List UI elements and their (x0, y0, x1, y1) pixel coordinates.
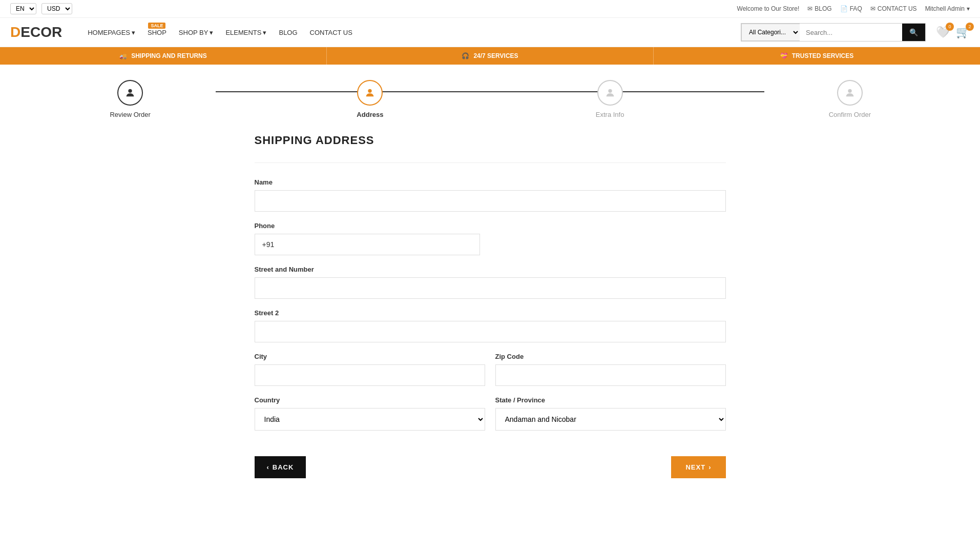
phone-input[interactable] (255, 234, 480, 255)
nav-shop[interactable]: SALE SHOP (142, 25, 172, 40)
search-container: All Categori... 🔍 (741, 23, 926, 42)
country-state-row: Country India State / Province Andaman a… (255, 396, 726, 441)
next-arrow-icon: › (708, 463, 711, 471)
step-label-4: Confirm Order (829, 111, 871, 118)
user-menu-button[interactable]: Mitchell Admin ▾ (925, 5, 970, 12)
search-category-select[interactable]: All Categori... (741, 24, 800, 41)
nav-elements[interactable]: ELEMENTS ▾ (220, 25, 272, 40)
country-field-group: Country India (255, 396, 485, 431)
street-input[interactable] (255, 277, 726, 299)
headphone-icon: 🎧 (462, 52, 469, 59)
city-label: City (255, 353, 485, 360)
header: DECOR HOMEPAGES ▾ SALE SHOP SHOP BY ▾ EL… (0, 18, 980, 47)
street2-input[interactable] (255, 321, 726, 342)
top-bar-right: Welcome to Our Store! ✉ BLOG 📄 FAQ ✉ CON… (737, 5, 970, 12)
next-label: NEXT (685, 463, 705, 471)
svg-point-2 (608, 89, 612, 93)
step-label-3: Extra Info (596, 111, 624, 118)
step-circle-3 (597, 80, 623, 106)
zip-field-group: Zip Code (495, 353, 726, 386)
state-label: State / Province (495, 396, 726, 404)
step-review-order: Review Order (10, 80, 250, 118)
nav-homepages[interactable]: HOMEPAGES ▾ (82, 25, 140, 40)
step-circle-1 (117, 80, 143, 106)
nav-contact[interactable]: CONTACT US (305, 25, 358, 40)
step-circle-2 (357, 80, 383, 106)
search-input[interactable] (800, 24, 902, 41)
city-input[interactable] (255, 364, 485, 386)
main-nav: HOMEPAGES ▾ SALE SHOP SHOP BY ▾ ELEMENTS… (82, 25, 731, 40)
zip-input[interactable] (495, 364, 726, 386)
top-bar-left: EN USD (10, 3, 72, 14)
step-confirm-order: Confirm Order (730, 80, 970, 118)
page-title: SHIPPING ADDRESS (255, 134, 726, 147)
main-content: SHIPPING ADDRESS Name Phone Street and N… (244, 129, 736, 509)
logo[interactable]: DECOR (10, 24, 62, 40)
state-select[interactable]: Andaman and Nicobar (495, 408, 726, 431)
cart-button[interactable]: 🛒 2 (956, 26, 970, 39)
next-button[interactable]: NEXT › (671, 456, 725, 478)
language-select[interactable]: EN (10, 3, 36, 14)
chevron-down-icon: ▾ (967, 5, 970, 12)
promo-services-text: 24/7 SERVICES (473, 52, 518, 59)
name-input[interactable] (255, 190, 726, 212)
welcome-text: Welcome to Our Store! (737, 5, 800, 12)
faq-icon: 📄 (840, 5, 848, 12)
chevron-down-icon: ▾ (210, 29, 213, 36)
header-icons: 🤍 0 🛒 2 (936, 26, 970, 39)
top-bar: EN USD Welcome to Our Store! ✉ BLOG 📄 FA… (0, 0, 980, 18)
svg-point-1 (368, 89, 372, 93)
step-address: Address (250, 80, 490, 118)
promo-shipping-text: SHIPPING AND RETURNS (131, 52, 207, 59)
mail-icon: ✉ (870, 5, 875, 12)
wishlist-badge: 0 (946, 23, 954, 31)
checkout-steps: Review Order Address Extra Info Confirm … (0, 65, 980, 129)
street2-label: Street 2 (255, 309, 726, 317)
faq-link[interactable]: 📄 FAQ (840, 5, 862, 12)
sale-badge: SALE (148, 23, 165, 29)
promo-services: 🎧 24/7 SERVICES (327, 47, 654, 65)
name-label: Name (255, 178, 726, 186)
back-label: BACK (273, 463, 294, 471)
promo-bar: 🚚 SHIPPING AND RETURNS 🎧 24/7 SERVICES 💝… (0, 47, 980, 65)
heart-icon: 💝 (780, 52, 788, 59)
name-field-group: Name (255, 178, 726, 212)
promo-trusted: 💝 TRUSTED SERVICES (654, 47, 980, 65)
divider (255, 162, 726, 163)
street-label: Street and Number (255, 266, 726, 273)
zip-label: Zip Code (495, 353, 726, 360)
step-extra-info: Extra Info (490, 80, 730, 118)
street2-field-group: Street 2 (255, 309, 726, 342)
search-wrap: All Categori... 🔍 (741, 23, 926, 42)
search-button[interactable]: 🔍 (902, 24, 925, 41)
currency-select[interactable]: USD (41, 3, 72, 14)
contact-link[interactable]: ✉ CONTACT US (870, 5, 917, 12)
city-field-group: City (255, 353, 485, 386)
phone-field-group: Phone (255, 222, 726, 255)
wishlist-button[interactable]: 🤍 0 (936, 26, 950, 39)
back-button[interactable]: ‹ BACK (255, 456, 306, 478)
street-field-group: Street and Number (255, 266, 726, 299)
city-zip-row: City Zip Code (255, 353, 726, 396)
cart-badge: 2 (966, 23, 974, 31)
state-field-group: State / Province Andaman and Nicobar (495, 396, 726, 431)
logo-d: D (10, 24, 20, 40)
step-label-1: Review Order (110, 111, 150, 118)
nav-shop-by[interactable]: SHOP BY ▾ (174, 25, 219, 40)
blog-link[interactable]: ✉ BLOG (807, 5, 831, 12)
svg-point-3 (848, 89, 851, 93)
blog-icon: ✉ (807, 5, 812, 12)
country-label: Country (255, 396, 485, 404)
promo-trusted-text: TRUSTED SERVICES (792, 52, 853, 59)
phone-label: Phone (255, 222, 726, 230)
back-arrow-icon: ‹ (267, 463, 269, 471)
promo-shipping: 🚚 SHIPPING AND RETURNS (0, 47, 327, 65)
chevron-down-icon: ▾ (132, 29, 135, 36)
chevron-down-icon: ▾ (263, 29, 266, 36)
country-select[interactable]: India (255, 408, 485, 431)
step-circle-4 (837, 80, 863, 106)
svg-point-0 (128, 89, 132, 93)
step-label-2: Address (357, 111, 383, 118)
shipping-icon: 🚚 (119, 52, 127, 59)
nav-blog[interactable]: BLOG (274, 25, 302, 40)
